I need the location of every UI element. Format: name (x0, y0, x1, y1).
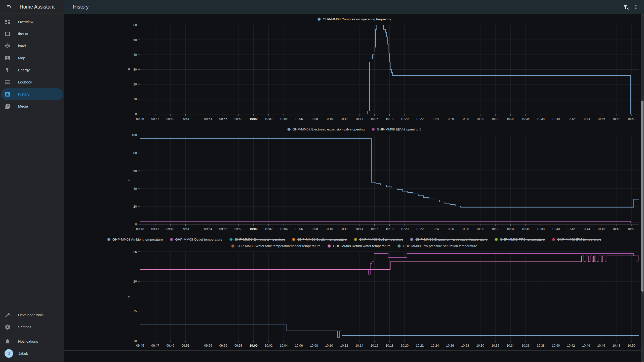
legend-item[interactable]: GHP-MM08 Compressor operating frequency (317, 17, 391, 21)
legend-dot-icon (372, 128, 375, 131)
legend-item[interactable]: GHP-MM08 Ambient temperature (107, 238, 163, 241)
legend-item[interactable]: GHP-MM08 Coil temperature (354, 238, 403, 241)
sidebar-item-user[interactable]: J Jakub (1, 347, 63, 359)
svg-text:10:00: 10:00 (250, 344, 258, 347)
svg-text:10:32: 10:32 (491, 117, 499, 121)
svg-text:10:02: 10:02 (265, 344, 272, 347)
svg-text:10:44: 10:44 (582, 344, 590, 347)
svg-text:10:38: 10:38 (537, 117, 545, 121)
scrollbar-thumb[interactable] (641, 101, 643, 292)
svg-text:10:12: 10:12 (340, 344, 348, 347)
legend-label: GHP-MM08 Water tank temperature/indoor t… (236, 244, 320, 248)
legend-item[interactable]: GHP-MM08 PFC temperature (495, 238, 545, 241)
svg-text:10:50: 10:50 (627, 117, 635, 121)
sidebar-item-notifications[interactable]: Notifications (1, 335, 63, 347)
app-root: Home Assistant OverviewfireHAkarelMapEne… (0, 0, 644, 362)
legend-dot-icon (552, 238, 555, 241)
svg-text:Hz: Hz (127, 68, 131, 71)
sidebar-item-history[interactable]: History (1, 88, 63, 100)
svg-text:09:56: 09:56 (219, 117, 227, 121)
legend-item[interactable]: GHP-MM08 Outlet temperature (170, 238, 222, 241)
svg-text:10:06: 10:06 (295, 227, 303, 231)
main-area: History GHP-MM08 Compressor operating fr… (64, 0, 644, 362)
svg-text:10:04: 10:04 (280, 227, 288, 231)
svg-text:20: 20 (133, 205, 137, 208)
legend-dot-icon (287, 128, 291, 131)
svg-text:10:20: 10:20 (401, 117, 409, 121)
legend-label: GHP-MM08 Exhaust temperature (235, 238, 285, 241)
svg-text:10:50: 10:50 (627, 227, 635, 231)
svg-text:60: 60 (133, 169, 137, 173)
sidebar-item-label: Overview (18, 20, 33, 24)
svg-text:10:42: 10:42 (567, 227, 575, 231)
sidebar-item-energy[interactable]: Energy (1, 64, 63, 76)
svg-text:10:20: 10:20 (401, 227, 409, 231)
svg-text:10:40: 10:40 (552, 117, 560, 121)
svg-text:10:48: 10:48 (612, 227, 620, 231)
filter-remove-icon[interactable] (621, 2, 631, 12)
user-name: Jakub (18, 351, 28, 355)
legend-item[interactable]: GHP-MM08 EEV-2 opening 5 (372, 127, 421, 131)
sidebar-item-label: History (18, 92, 29, 96)
sidebar-item-karel[interactable]: karel (1, 40, 63, 52)
history-chart-svg-0: 010203040506009:4509:4709:4909:5109:5409… (64, 22, 642, 123)
svg-text:80: 80 (133, 151, 137, 155)
sidebar-item-fireha[interactable]: fireHA (1, 28, 63, 40)
format-list-icon (5, 79, 11, 85)
sidebar-item-label: Logbook (18, 80, 32, 84)
sidebar-item-settings[interactable]: Settings (1, 321, 63, 333)
sidebar-spacer (0, 112, 64, 307)
svg-text:10:36: 10:36 (522, 227, 530, 231)
sidebar-item-developer-tools[interactable]: Developer tools (1, 309, 63, 321)
svg-text:10:26: 10:26 (446, 117, 454, 121)
sidebar-footer-nav: Developer toolsSettings (0, 309, 64, 333)
svg-text:10:00: 10:00 (250, 227, 258, 231)
svg-text:10:42: 10:42 (567, 117, 575, 121)
sidebar-item-map[interactable]: Map (1, 52, 63, 64)
sidebar-item-label: Media (18, 104, 28, 108)
svg-text:10:24: 10:24 (431, 344, 439, 347)
main-header: History (64, 0, 644, 14)
sidebar-item-media[interactable]: Media (1, 100, 63, 112)
legend-label: GHP-MM08 Compressor operating frequency (323, 17, 391, 21)
svg-text:10:28: 10:28 (461, 117, 469, 121)
svg-text:10:22: 10:22 (416, 344, 424, 347)
legend-label: GHP-MM08 Coil temperature (359, 238, 403, 241)
legend-item[interactable]: GHP-MM08 Suction temperature (292, 238, 347, 241)
svg-text:10:28: 10:28 (461, 344, 469, 347)
svg-text:10:12: 10:12 (340, 227, 348, 231)
legend-item[interactable]: GHP-MM08 Low pressure saturation tempera… (397, 244, 477, 248)
chart-legend-row: GHP-MM08 Electronic expansion valve open… (64, 126, 644, 132)
svg-text:10:14: 10:14 (355, 344, 363, 347)
svg-text:10:16: 10:16 (371, 117, 378, 121)
sidebar-item-logbook[interactable]: Logbook (1, 76, 63, 88)
svg-text:0: 0 (135, 113, 137, 116)
bell-icon (5, 338, 11, 344)
chart-legend-row: GHP-MM08 Ambient temperatureGHP-MM08 Out… (64, 236, 644, 243)
legend-dot-icon (292, 238, 295, 241)
legend-dot-icon (495, 238, 498, 241)
svg-text:10:10: 10:10 (325, 117, 333, 121)
svg-text:10:26: 10:26 (446, 227, 454, 231)
legend-item[interactable]: GHP-MM08 Return water temperature (328, 244, 390, 248)
menu-open-icon[interactable] (4, 2, 14, 12)
legend-item[interactable]: GHP-MM08 IPM temperature (552, 238, 601, 241)
flash-icon (5, 67, 11, 73)
dots-vertical-icon[interactable] (631, 2, 641, 12)
sidebar-bottom: Notifications J Jakub (0, 335, 64, 362)
svg-text:15: 15 (133, 309, 137, 313)
svg-text:09:54: 09:54 (204, 117, 212, 121)
svg-text:09:51: 09:51 (182, 227, 189, 231)
svg-text:10:18: 10:18 (386, 117, 393, 121)
legend-item[interactable]: GHP-MM08 Exhaust temperature (229, 238, 285, 241)
chart-legend-row: GHP-MM08 Water tank temperature/indoor t… (64, 243, 644, 249)
legend-item[interactable]: GHP-MM08 Electronic expansion valve open… (287, 127, 365, 131)
svg-text:10:42: 10:42 (567, 344, 575, 347)
sidebar-item-label: Developer tools (18, 313, 44, 317)
legend-item[interactable]: GHP-MM08 Expansion valve outlet temperat… (410, 238, 488, 241)
svg-text:10:40: 10:40 (552, 344, 560, 347)
scrollbar-track[interactable] (641, 14, 644, 362)
legend-item[interactable]: GHP-MM08 Water tank temperature/indoor t… (231, 244, 320, 248)
svg-text:10:34: 10:34 (507, 227, 514, 231)
sidebar-item-overview[interactable]: Overview (1, 16, 63, 28)
